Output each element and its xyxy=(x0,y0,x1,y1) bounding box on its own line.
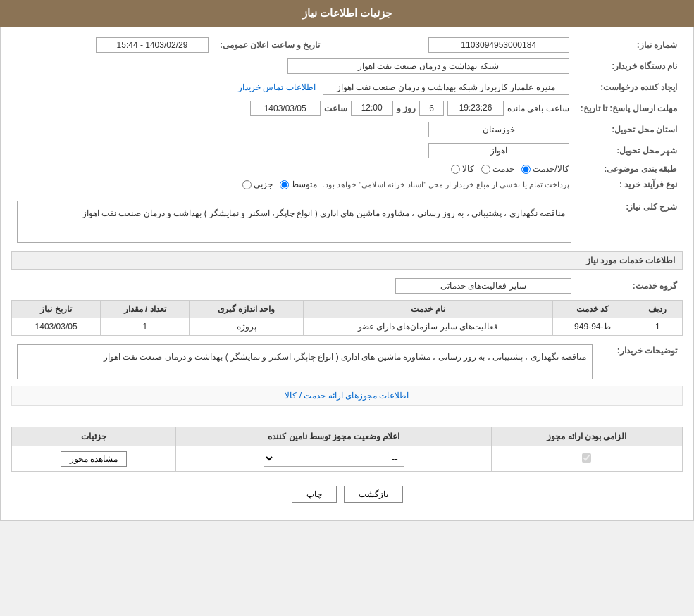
mohlat-saat-display: 12:00 xyxy=(351,101,393,116)
contact-info-link[interactable]: اطلاعات تماس خریدار xyxy=(238,82,316,92)
row-tosifihat: توضیحات خریدار: مناقصه نگهداری ، پشتیبان… xyxy=(11,341,683,382)
mohlat-roz-display: 6 xyxy=(419,101,444,116)
value-ostan: خوزستان xyxy=(11,119,575,140)
cell-ealamVaziat[interactable]: -- xyxy=(176,446,491,472)
cell-joziat: مشاهده مجوز xyxy=(12,446,176,472)
value-tosifihat: مناقصه نگهداری ، پشتیبانی ، به روز رسانی… xyxy=(11,341,598,382)
radio-kala-input[interactable] xyxy=(451,165,460,174)
print-button[interactable]: چاپ xyxy=(292,486,337,503)
row-namDastgah: نام دستگاه خریدار: شبکه بهداشت و درمان ص… xyxy=(11,56,683,77)
value-noeFarayand: جزیی متوسط پرداخت تمام یا بخشی از مبلغ خ… xyxy=(11,177,575,192)
farayand-radio-group: جزیی متوسط xyxy=(242,180,317,189)
col-elzami: الزامی بودن ارائه مجوز xyxy=(491,427,682,446)
radio-motovaset-label: متوسط xyxy=(291,180,317,189)
label-grouh-khedmat: گروه خدمت: xyxy=(577,275,683,296)
radio-kala-khedmat[interactable]: کالا/خدمت xyxy=(521,164,569,174)
value-tabaqe: کالا خدمت کالا/خدمت xyxy=(11,161,575,177)
mohlat-remaining-display: 19:23:26 xyxy=(447,101,504,116)
row-sharh: شرح کلی نیاز: مناقصه نگهداری ، پشتیبانی … xyxy=(11,198,683,246)
radio-jozi-label: جزیی xyxy=(254,180,273,189)
elzami-checkbox xyxy=(582,453,591,463)
sharh-table: شرح کلی نیاز: مناقصه نگهداری ، پشتیبانی … xyxy=(11,198,683,246)
radio-motovaset[interactable]: متوسط xyxy=(280,180,317,189)
action-row: بازگشت چاپ xyxy=(11,475,683,513)
value-grouh-khedmat: سایر فعالیت‌های خدماتی xyxy=(11,275,577,296)
tabaqe-radio-group: کالا خدمت کالا/خدمت xyxy=(451,164,569,174)
col-tarikh: تاریخ نیاز xyxy=(12,301,101,318)
back-button[interactable]: بازگشت xyxy=(344,486,403,503)
table-row: 1 ط-94-949 فعالیت‌های سایر سازمان‌های دا… xyxy=(12,318,683,336)
col-ealamVaziat: اعلام وضعیت مجوز توسط نامین کننده xyxy=(176,427,491,446)
radio-khedmat-input[interactable] xyxy=(481,165,490,174)
cell-radif: 1 xyxy=(633,318,682,336)
value-mohlat: 1403/03/05 ساعت 12:00 روز و 6 19:23:26 س… xyxy=(11,98,575,119)
mojavez-section-title[interactable]: اطلاعات مجوزهای ارائه خدمت / کالا xyxy=(11,386,683,406)
namDastgah-display: شبکه بهداشت و درمان صنعت نفت اهواز xyxy=(287,58,569,74)
spacer xyxy=(11,409,683,423)
cell-elzami xyxy=(491,446,682,472)
label-tabaqe: طبقه بندی موضوعی: xyxy=(575,161,683,177)
col-nam: نام خدمت xyxy=(303,301,552,318)
table-header-row: ردیف کد خدمت نام خدمت واحد اندازه گیری ت… xyxy=(12,301,683,318)
col-kod: کد خدمت xyxy=(553,301,633,318)
value-tarikh: 1403/02/29 - 15:44 xyxy=(11,34,214,56)
value-shahr: اهواز xyxy=(11,140,575,161)
radio-kala-label: کالا xyxy=(462,164,474,174)
sharh-display: مناقصه نگهداری ، پشتیبانی ، به روز رسانی… xyxy=(17,201,571,243)
khedamat-data-table: ردیف کد خدمت نام خدمت واحد اندازه گیری ت… xyxy=(11,300,683,336)
row-grouh-khedmat: گروه خدمت: سایر فعالیت‌های خدماتی xyxy=(11,275,683,296)
permit-table: الزامی بودن ارائه مجوز اعلام وضعیت مجوز … xyxy=(11,427,683,472)
radio-jozi-input[interactable] xyxy=(242,180,252,189)
general-info-table: شماره نیاز: 1103094953000184 تاریخ و ساع… xyxy=(11,34,683,192)
ijadKonande-display: منیره علمدار کاربردار شبکه بهداشت و درما… xyxy=(323,80,569,95)
ealamVaziat-select[interactable]: -- xyxy=(264,451,404,467)
grouh-khedmat-display: سایر فعالیت‌های خدماتی xyxy=(395,278,571,294)
page-wrapper: جزئیات اطلاعات نیاز شماره نیاز: 11030949… xyxy=(0,0,694,521)
cell-tarikh: 1403/03/05 xyxy=(12,318,101,336)
label-tarikh: تاریخ و ساعت اعلان عمومی: xyxy=(214,34,326,56)
row-shomareNiaz: شماره نیاز: 1103094953000184 تاریخ و ساع… xyxy=(11,34,683,56)
label-remaining: ساعت باقی مانده xyxy=(507,103,569,113)
label-namDastgah: نام دستگاه خریدار: xyxy=(575,56,683,77)
radio-khedmat-label: خدمت xyxy=(492,164,514,174)
mojavez-title: اطلاعات مجوزهای ارائه خدمت / کالا xyxy=(285,391,409,401)
radio-jozi[interactable]: جزیی xyxy=(242,180,273,189)
radio-motovaset-input[interactable] xyxy=(280,180,289,189)
page-title: جزئیات اطلاعات نیاز xyxy=(302,7,392,19)
permit-row: -- مشاهده مجوز xyxy=(12,446,683,472)
value-namDastgah: شبکه بهداشت و درمان صنعت نفت اهواز xyxy=(11,56,575,77)
cell-kod: ط-94-949 xyxy=(553,318,633,336)
col-vahed: واحد اندازه گیری xyxy=(190,301,304,318)
col-tedad: تعداد / مقدار xyxy=(101,301,190,318)
label-shomareNiaz: شماره نیاز: xyxy=(575,34,683,56)
permit-header-row: الزامی بودن ارائه مجوز اعلام وضعیت مجوز … xyxy=(12,427,683,446)
cell-vahed: پروژه xyxy=(190,318,304,336)
label-saat: ساعت xyxy=(324,103,347,113)
farayand-note: پرداخت تمام یا بخشی از مبلغ خریدار از مح… xyxy=(323,180,569,189)
tarikh-display: 1403/02/29 - 15:44 xyxy=(96,37,209,53)
row-tabaqe: طبقه بندی موضوعی: کالا خدمت xyxy=(11,161,683,177)
cell-nam: فعالیت‌های سایر سازمان‌های دارای عضو xyxy=(303,318,552,336)
tosifihat-display: مناقصه نگهداری ، پشتیبانی ، به روز رسانی… xyxy=(17,344,593,379)
khedamat-section-title: اطلاعات خدمات مورد نیاز xyxy=(11,251,683,270)
label-noeFarayand: نوع فرآیند خرید : xyxy=(575,177,683,192)
value-sharh: مناقصه نگهداری ، پشتیبانی ، به روز رسانی… xyxy=(11,198,577,246)
col-radif: ردیف xyxy=(633,301,682,318)
radio-kala[interactable]: کالا xyxy=(451,164,474,174)
sharh-koli-section: شرح کلی نیاز: مناقصه نگهداری ، پشتیبانی … xyxy=(11,198,683,246)
shomareNiaz-display: 1103094953000184 xyxy=(428,37,569,53)
label-tosifihat: توضیحات خریدار: xyxy=(598,341,683,382)
mohlat-date-display: 1403/03/05 xyxy=(250,101,321,116)
label-shahr: شهر محل تحویل: xyxy=(575,140,683,161)
tosifihat-table: توضیحات خریدار: مناقصه نگهداری ، پشتیبان… xyxy=(11,341,683,382)
radio-kala-khedmat-label: کالا/خدمت xyxy=(533,164,569,174)
radio-khedmat[interactable]: خدمت xyxy=(481,164,514,174)
value-ijadKonande: منیره علمدار کاربردار شبکه بهداشت و درما… xyxy=(11,77,575,98)
main-content: شماره نیاز: 1103094953000184 تاریخ و ساع… xyxy=(0,27,694,521)
radio-kala-khedmat-input[interactable] xyxy=(521,165,531,174)
view-mojavez-button[interactable]: مشاهده مجوز xyxy=(61,451,127,467)
row-mohlat: مهلت ارسال پاسخ: تا تاریخ: 1403/03/05 سا… xyxy=(11,98,683,119)
row-ijadKonande: ایجاد کننده درخواست: منیره علمدار کاربرد… xyxy=(11,77,683,98)
ostan-display: خوزستان xyxy=(428,122,569,137)
shahr-display: اهواز xyxy=(428,143,569,158)
